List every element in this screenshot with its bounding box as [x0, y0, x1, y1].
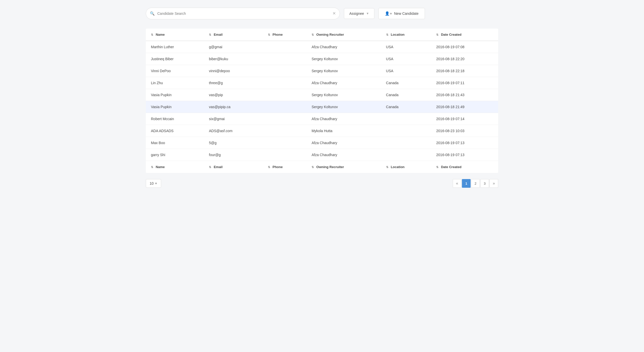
cell-phone: [263, 89, 307, 101]
chevron-down-icon: ▼: [366, 12, 369, 15]
search-icon: 🔍: [150, 11, 155, 16]
cell-location: Canada: [381, 101, 431, 113]
pagination-page-1-button[interactable]: 1: [462, 179, 471, 188]
col-label-owning-recruiter: Owning Recruiter: [316, 33, 344, 36]
pagination-page-2-button[interactable]: 2: [471, 179, 480, 188]
pagination-bar: 10 ▼ « 1 2 3 »: [146, 173, 498, 188]
table-row[interactable]: Robert Mccainsix@gmaiAfza Chaudhary2016-…: [146, 113, 498, 125]
col-header-location[interactable]: ⇅ Location: [381, 29, 431, 41]
col-header-phone[interactable]: ⇅ Phone: [263, 29, 307, 41]
cell-date_created: 2016-08-19 07:11: [431, 77, 498, 89]
table-row[interactable]: ADA ADSADSADS@asf.comMykola Hutta2016-08…: [146, 125, 498, 137]
sort-icon-footer-name: ⇅: [151, 166, 153, 169]
cell-phone: [263, 149, 307, 161]
cell-owning_recruiter: Mykola Hutta: [306, 125, 381, 137]
cell-email: three@g: [204, 77, 263, 89]
col-label-email: Email: [214, 33, 223, 36]
cell-owning_recruiter: Afza Chaudhary: [306, 137, 381, 149]
col-header-date-created[interactable]: ⇅ Date Created: [431, 29, 498, 41]
cell-email: 5@g: [204, 137, 263, 149]
sort-icon-footer-owning-recruiter: ⇅: [312, 166, 314, 169]
cell-name: Justineq Biber: [146, 53, 204, 65]
footer-col-email[interactable]: ⇅ Email: [204, 161, 263, 173]
cell-email: biber@kuku: [204, 53, 263, 65]
cell-email: ADS@asf.com: [204, 125, 263, 137]
table-row[interactable]: Max Boo5@gAfza Chaudhary2016-08-19 07:13: [146, 137, 498, 149]
cell-date_created: 2016-08-18 22:18: [431, 65, 498, 77]
col-header-email[interactable]: ⇅ Email: [204, 29, 263, 41]
cell-email: six@gmai: [204, 113, 263, 125]
cell-phone: [263, 137, 307, 149]
search-input[interactable]: [146, 8, 340, 19]
cell-name: Vinni DePoo: [146, 65, 204, 77]
page-container: 🔍 ✕ Assignee ▼ 👤+ New Candidate ⇅ Name: [136, 0, 508, 195]
table-row[interactable]: garry Shifour@gAfza Chaudhary2016-08-19 …: [146, 149, 498, 161]
col-label-location: Location: [391, 33, 404, 36]
sort-icon-footer-email: ⇅: [209, 166, 211, 169]
cell-owning_recruiter: Sergey Koltunov: [306, 65, 381, 77]
cell-owning_recruiter: Afza Chaudhary: [306, 41, 381, 53]
cell-phone: [263, 125, 307, 137]
cell-owning_recruiter: Sergey Koltunov: [306, 101, 381, 113]
pagination-controls: « 1 2 3 »: [453, 179, 498, 188]
cell-date_created: 2016-08-18 22:20: [431, 53, 498, 65]
person-add-icon: 👤+: [385, 11, 392, 16]
cell-name: Robert Mccain: [146, 113, 204, 125]
cell-location: [381, 149, 431, 161]
table-body: Marthin Lutherg@gmaiAfza ChaudharyUSA201…: [146, 41, 498, 161]
cell-date_created: 2016-08-18 21:43: [431, 89, 498, 101]
pagination-next-button[interactable]: »: [490, 179, 498, 188]
col-label-date-created: Date Created: [441, 33, 461, 36]
new-candidate-button[interactable]: 👤+ New Candidate: [378, 8, 425, 19]
cell-email: vinni@depoo: [204, 65, 263, 77]
candidates-table: ⇅ Name ⇅ Email ⇅ Phone ⇅ Owning Recruite…: [146, 29, 498, 173]
cell-name: ADA ADSADS: [146, 125, 204, 137]
footer-col-name[interactable]: ⇅ Name: [146, 161, 204, 173]
table-row[interactable]: Vasia Pupkinvas@pipip.caSergey KoltunovC…: [146, 101, 498, 113]
sort-icon-footer-phone: ⇅: [268, 166, 270, 169]
cell-email: vas@pipip.ca: [204, 101, 263, 113]
cell-location: USA: [381, 41, 431, 53]
footer-col-phone[interactable]: ⇅ Phone: [263, 161, 307, 173]
cell-location: [381, 125, 431, 137]
cell-location: USA: [381, 65, 431, 77]
cell-phone: [263, 77, 307, 89]
sort-icon-email: ⇅: [209, 33, 211, 36]
table-row[interactable]: Marthin Lutherg@gmaiAfza ChaudharyUSA201…: [146, 41, 498, 53]
cell-date_created: 2016-08-19 07:14: [431, 113, 498, 125]
cell-email: four@g: [204, 149, 263, 161]
cell-date_created: 2016-08-19 07:13: [431, 137, 498, 149]
search-clear-button[interactable]: ✕: [332, 11, 336, 16]
cell-phone: [263, 65, 307, 77]
per-page-chevron-icon: ▼: [155, 182, 158, 185]
cell-location: [381, 137, 431, 149]
table-row[interactable]: Vasia Pupkinvas@pipSergey KoltunovCanada…: [146, 89, 498, 101]
cell-email: g@gmai: [204, 41, 263, 53]
footer-col-location[interactable]: ⇅ Location: [381, 161, 431, 173]
per-page-value: 10: [150, 181, 154, 185]
cell-owning_recruiter: Sergey Koltunov: [306, 53, 381, 65]
cell-phone: [263, 113, 307, 125]
table-row[interactable]: Lin Zhuthree@gAfza ChaudharyCanada2016-0…: [146, 77, 498, 89]
table-row[interactable]: Vinni DePoovinni@depooSergey KoltunovUSA…: [146, 65, 498, 77]
table-footer-row: ⇅ Name ⇅ Email ⇅ Phone ⇅ Owning Recruite…: [146, 161, 498, 173]
footer-col-owning-recruiter[interactable]: ⇅ Owning Recruiter: [306, 161, 381, 173]
col-header-owning-recruiter[interactable]: ⇅ Owning Recruiter: [306, 29, 381, 41]
sort-icon-owning-recruiter: ⇅: [312, 33, 314, 36]
assignee-dropdown[interactable]: Assignee ▼: [344, 8, 374, 19]
pagination-prev-button[interactable]: «: [453, 179, 461, 188]
pagination-page-3-button[interactable]: 3: [480, 179, 489, 188]
cell-location: Canada: [381, 77, 431, 89]
cell-phone: [263, 53, 307, 65]
cell-date_created: 2016-08-23 10:03: [431, 125, 498, 137]
table-row[interactable]: Justineq Biberbiber@kukuSergey KoltunovU…: [146, 53, 498, 65]
sort-icon-date-created: ⇅: [436, 33, 438, 36]
per-page-select[interactable]: 10 ▼: [146, 179, 161, 188]
cell-location: [381, 113, 431, 125]
sort-icon-location: ⇅: [386, 33, 388, 36]
cell-owning_recruiter: Afza Chaudhary: [306, 77, 381, 89]
footer-col-date-created[interactable]: ⇅ Date Created: [431, 161, 498, 173]
cell-owning_recruiter: Sergey Koltunov: [306, 89, 381, 101]
col-header-name[interactable]: ⇅ Name: [146, 29, 204, 41]
candidates-table-container: ⇅ Name ⇅ Email ⇅ Phone ⇅ Owning Recruite…: [146, 29, 498, 173]
